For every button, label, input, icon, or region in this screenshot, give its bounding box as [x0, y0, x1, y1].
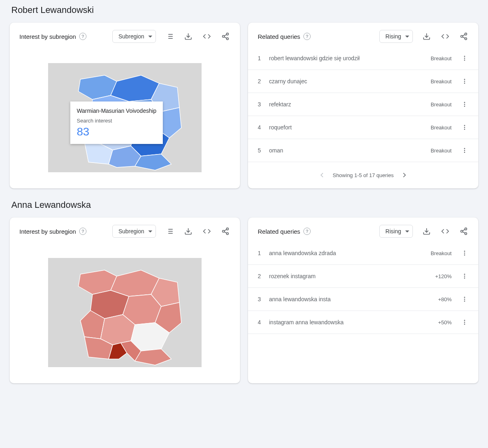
query-rank: 5	[258, 147, 263, 154]
svg-point-41	[227, 228, 229, 230]
query-row[interactable]: 3anna lewandowska insta+80%	[248, 288, 478, 311]
card-title: Related queries	[258, 228, 300, 235]
svg-line-52	[463, 229, 465, 230]
tooltip-label: Search interest	[77, 118, 156, 124]
more-icon[interactable]	[461, 77, 469, 85]
share-icon[interactable]	[459, 226, 469, 236]
svg-point-9	[227, 38, 229, 40]
dropdown-label: Rising	[385, 228, 401, 235]
embed-icon[interactable]	[202, 32, 212, 41]
query-text[interactable]: czarny dunajec	[269, 78, 424, 85]
map-tooltip: Warmian-Masurian Voivodeship Search inte…	[70, 101, 163, 144]
embed-icon[interactable]	[440, 226, 450, 236]
query-text[interactable]: roquefort	[269, 124, 424, 131]
map-chart[interactable]: Warmian-Masurian Voivodeship Search inte…	[10, 47, 240, 188]
query-value: Breakout	[431, 55, 452, 61]
svg-point-27	[464, 106, 465, 107]
more-icon[interactable]	[461, 123, 469, 131]
help-icon[interactable]: ?	[303, 33, 311, 40]
share-icon[interactable]	[221, 32, 230, 41]
query-row[interactable]: 3refektarzBreakout	[248, 93, 478, 116]
download-icon[interactable]	[183, 226, 193, 236]
svg-point-19	[464, 56, 465, 57]
query-rank: 2	[258, 78, 263, 85]
subregion-dropdown[interactable]: Subregion	[112, 225, 156, 238]
rising-dropdown[interactable]: Rising	[379, 30, 413, 43]
download-icon[interactable]	[422, 226, 431, 236]
more-icon[interactable]	[461, 318, 469, 326]
query-row[interactable]: 2czarny dunajecBreakout	[248, 70, 478, 93]
embed-icon[interactable]	[440, 32, 450, 41]
chevron-down-icon	[405, 36, 409, 38]
query-rank: 4	[258, 124, 263, 131]
query-rank: 3	[258, 101, 263, 108]
svg-point-21	[464, 59, 465, 61]
interest-by-subregion-card: Interest by subregion ? Subregion	[10, 23, 240, 188]
query-text[interactable]: robert lewandowski gdzie się urodził	[269, 55, 424, 61]
share-icon[interactable]	[459, 32, 469, 41]
svg-point-50	[465, 232, 467, 235]
more-icon[interactable]	[461, 249, 469, 257]
pager-text: Showing 1-5 of 17 queries	[332, 172, 393, 178]
svg-point-7	[227, 33, 229, 35]
query-row[interactable]: 2rozenek instagram+120%	[248, 265, 478, 288]
section-title: Robert Lewandowski	[11, 5, 478, 15]
query-row[interactable]: 1anna lewandowska zdradaBreakout	[248, 242, 478, 265]
query-row[interactable]: 4roquefortBreakout	[248, 116, 478, 139]
svg-line-10	[224, 37, 227, 38]
more-icon[interactable]	[461, 54, 469, 62]
svg-point-55	[464, 254, 465, 256]
list-view-icon[interactable]	[165, 226, 175, 236]
more-icon[interactable]	[461, 272, 469, 280]
embed-icon[interactable]	[202, 226, 212, 236]
next-page-icon[interactable]	[400, 170, 409, 180]
svg-point-23	[464, 81, 465, 82]
query-text[interactable]: oman	[269, 147, 424, 154]
svg-point-63	[464, 322, 465, 323]
svg-point-64	[464, 323, 465, 325]
download-icon[interactable]	[183, 32, 193, 41]
query-value: +80%	[438, 296, 452, 302]
share-icon[interactable]	[221, 226, 230, 236]
svg-point-32	[464, 150, 465, 151]
svg-point-53	[464, 251, 465, 252]
queries-list: 1anna lewandowska zdradaBreakout2rozenek…	[248, 242, 478, 334]
svg-point-8	[223, 36, 225, 38]
query-value: +50%	[438, 319, 452, 325]
map-chart[interactable]	[10, 242, 240, 383]
svg-point-62	[464, 320, 465, 321]
query-text[interactable]: anna lewandowska zdrada	[269, 250, 424, 256]
query-text[interactable]: anna lewandowska insta	[269, 296, 431, 302]
svg-point-57	[464, 276, 465, 277]
help-icon[interactable]: ?	[79, 33, 86, 40]
help-icon[interactable]: ?	[79, 228, 86, 235]
query-row[interactable]: 4instagram anna lewandowska+50%	[248, 311, 478, 334]
rising-dropdown[interactable]: Rising	[379, 225, 413, 238]
chevron-down-icon	[148, 230, 152, 232]
download-icon[interactable]	[422, 32, 431, 41]
prev-page-icon[interactable]	[317, 170, 327, 180]
query-row[interactable]: 5omanBreakout	[248, 139, 478, 162]
query-text[interactable]: refektarz	[269, 101, 424, 108]
query-text[interactable]: rozenek instagram	[269, 273, 429, 279]
pager: Showing 1-5 of 17 queries	[248, 162, 478, 188]
interest-by-subregion-card: Interest by subregion ? Subregion	[10, 218, 240, 383]
svg-line-18	[463, 34, 465, 36]
more-icon[interactable]	[461, 295, 469, 303]
more-icon[interactable]	[461, 100, 469, 108]
related-queries-card: Related queries ? Rising 1robert lewando…	[248, 23, 478, 188]
help-icon[interactable]: ?	[303, 228, 311, 235]
svg-point-30	[464, 129, 465, 130]
query-text[interactable]: instagram anna lewandowska	[269, 319, 431, 325]
svg-line-17	[463, 37, 465, 38]
query-rank: 1	[258, 250, 263, 256]
list-view-icon[interactable]	[165, 32, 175, 41]
query-row[interactable]: 1robert lewandowski gdzie się urodziłBre…	[248, 47, 478, 70]
svg-point-42	[223, 230, 225, 232]
more-icon[interactable]	[461, 146, 469, 154]
svg-point-29	[464, 127, 465, 128]
card-title: Interest by subregion	[19, 33, 76, 40]
dropdown-label: Subregion	[118, 228, 144, 235]
subregion-dropdown[interactable]: Subregion	[112, 30, 156, 43]
svg-point-28	[464, 125, 465, 126]
